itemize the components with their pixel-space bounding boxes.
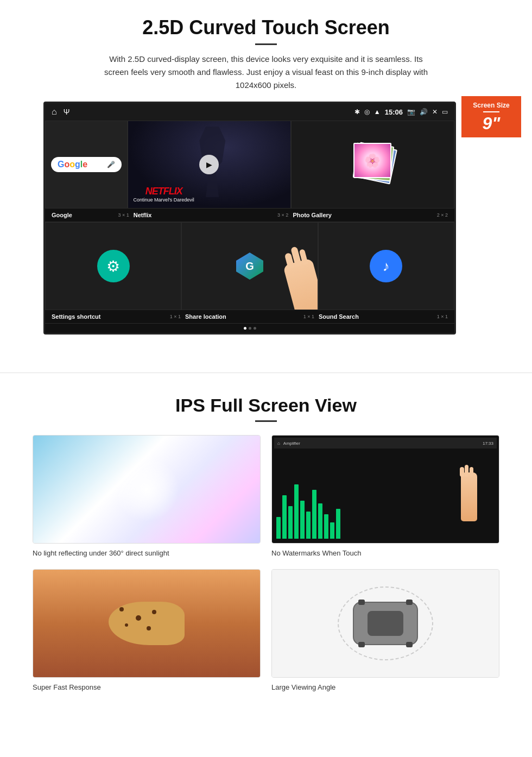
badge-size: 9" — [483, 113, 501, 133]
app-grid-row1: Google 🎤 ▶ NETFLIX Continue — [45, 121, 454, 209]
music-note-icon: ♪ — [383, 258, 390, 275]
location-icon: ◎ — [364, 108, 370, 116]
cheetah-body — [109, 602, 185, 645]
dot-indicator — [45, 324, 454, 333]
cheetah-container — [109, 602, 185, 645]
cheetah-caption: Super Fast Response — [33, 682, 261, 692]
feature-sunlight: No light reflecting under 360° direct su… — [33, 435, 261, 558]
cheetah-visual — [33, 570, 260, 677]
badge-divider — [483, 111, 499, 112]
netflix-subtitle: Continue Marvel's Daredevil — [134, 197, 194, 203]
section1-title: 2.5D Curved Touch Screen — [33, 16, 499, 39]
share-location-cell[interactable]: G — [181, 222, 318, 310]
eq-bar-9 — [324, 514, 328, 539]
dot-2 — [249, 327, 251, 330]
feature-amplifier: ⌂ Amplifier 17:33 — [271, 435, 499, 558]
section1-divider — [255, 43, 277, 45]
settings-app-name: Settings shortcut — [52, 313, 100, 320]
curved-touch-screen-section: 2.5D Curved Touch Screen With 2.5D curve… — [0, 0, 532, 345]
google-cell[interactable]: Google 🎤 — [45, 121, 128, 209]
dot-1 — [244, 327, 246, 330]
eq-bar-10 — [330, 522, 334, 539]
amp-finger-1 — [460, 467, 464, 477]
dot-3 — [254, 327, 256, 330]
feature-car: Large Viewing Angle — [271, 569, 499, 692]
maps-icon: G — [236, 253, 263, 280]
share-location-label: Share location 1 × 1 — [183, 313, 316, 320]
status-right: ✱ ◎ ▲ 15:06 📷 🔊 ✕ ▭ — [354, 108, 448, 116]
music-icon: ♪ — [370, 250, 402, 282]
app-labels-row2: Settings shortcut 1 × 1 Share location 1… — [45, 310, 454, 324]
share-location-app-size: 1 × 1 — [303, 314, 314, 319]
google-app-name: Google — [52, 212, 72, 218]
sun-glow — [114, 457, 179, 522]
settings-icon: ⚙ — [97, 250, 130, 282]
car-container — [353, 602, 418, 645]
app-labels-row1: Google 3 × 1 Netflix 3 × 2 Photo Gallery… — [45, 209, 454, 222]
gallery-app-name: Photo Gallery — [293, 212, 332, 218]
ips-section: IPS Full Screen View No light reflecting… — [0, 373, 532, 709]
rect-icon: ▭ — [442, 108, 448, 116]
eq-bar-1 — [276, 517, 281, 539]
section2-divider — [255, 420, 277, 422]
car-caption: Large Viewing Angle — [271, 682, 499, 692]
settings-cell[interactable]: ⚙ — [45, 222, 181, 310]
flower-image: 🌸 — [354, 144, 390, 177]
status-bar: ⌂ Ψ ✱ ◎ ▲ 15:06 📷 🔊 ✕ ▭ — [45, 103, 454, 121]
car-roof — [368, 611, 403, 636]
google-search-bar[interactable]: Google 🎤 — [51, 157, 122, 172]
sound-search-app-name: Sound Search — [319, 313, 359, 320]
eq-bar-8 — [318, 503, 322, 539]
photo-gallery-cell[interactable]: 🌸 — [291, 121, 454, 209]
app-grid-row2: ⚙ G — [45, 222, 454, 310]
amp-hand-shape — [461, 472, 477, 521]
spot-5 — [147, 626, 151, 630]
badge-label: Screen Size — [469, 102, 514, 109]
close-icon: ✕ — [432, 108, 438, 116]
netflix-logo: NETFLIX — [134, 186, 194, 197]
wheel-fr — [406, 600, 413, 605]
spot-1 — [119, 607, 124, 611]
eq-bar-11 — [336, 509, 340, 539]
amp-finger-2 — [465, 465, 468, 477]
bluetooth-icon: ✱ — [354, 108, 360, 116]
status-time: 15:06 — [385, 108, 403, 116]
amp-finger-3 — [470, 467, 473, 477]
section2-title: IPS Full Screen View — [33, 395, 499, 416]
sunlight-image — [33, 435, 261, 544]
sunlight-caption: No light reflecting under 360° direct su… — [33, 548, 261, 558]
sound-search-label: Sound Search 1 × 1 — [316, 313, 450, 320]
share-location-app-name: Share location — [185, 313, 226, 320]
android-screen: ⌂ Ψ ✱ ◎ ▲ 15:06 📷 🔊 ✕ ▭ — [43, 102, 456, 335]
play-button[interactable]: ▶ — [199, 155, 219, 174]
status-left: ⌂ Ψ — [52, 107, 69, 117]
photo-card-front: 🌸 — [353, 143, 391, 178]
amplifier-caption: No Watermarks When Touch — [271, 548, 499, 558]
maps-icon-container: G — [236, 253, 263, 280]
settings-app-size: 1 × 1 — [170, 314, 181, 319]
home-icon[interactable]: ⌂ — [52, 107, 57, 117]
spot-4 — [125, 623, 128, 627]
screen-size-badge: Screen Size 9" — [461, 96, 521, 137]
eq-bar-6 — [306, 512, 311, 539]
eq-bar-2 — [282, 495, 287, 539]
gear-icon: ⚙ — [106, 257, 120, 275]
gallery-app-size: 2 × 2 — [437, 212, 448, 218]
amp-title: Amplifier — [283, 441, 300, 446]
car-top-view — [353, 602, 418, 645]
amp-hand — [455, 472, 483, 538]
wifi-icon: ▲ — [374, 108, 381, 116]
google-app-size: 3 × 1 — [118, 212, 129, 218]
cheetah-image — [33, 569, 261, 678]
google-mic-icon: 🎤 — [107, 161, 115, 168]
netflix-cell[interactable]: ▶ NETFLIX Continue Marvel's Daredevil — [128, 121, 291, 209]
gallery-label: Photo Gallery 2 × 2 — [290, 212, 450, 218]
spot-3 — [152, 610, 156, 614]
settings-label: Settings shortcut 1 × 1 — [49, 313, 183, 320]
sound-search-cell[interactable]: ♪ — [318, 222, 454, 310]
sound-search-app-size: 1 × 1 — [437, 314, 448, 319]
eq-bar-5 — [300, 501, 305, 539]
amp-header: ⌂ Amplifier 17:33 — [274, 438, 497, 449]
amp-time: 17:33 — [483, 441, 493, 446]
netflix-label-row: Netflix 3 × 2 — [131, 212, 291, 218]
